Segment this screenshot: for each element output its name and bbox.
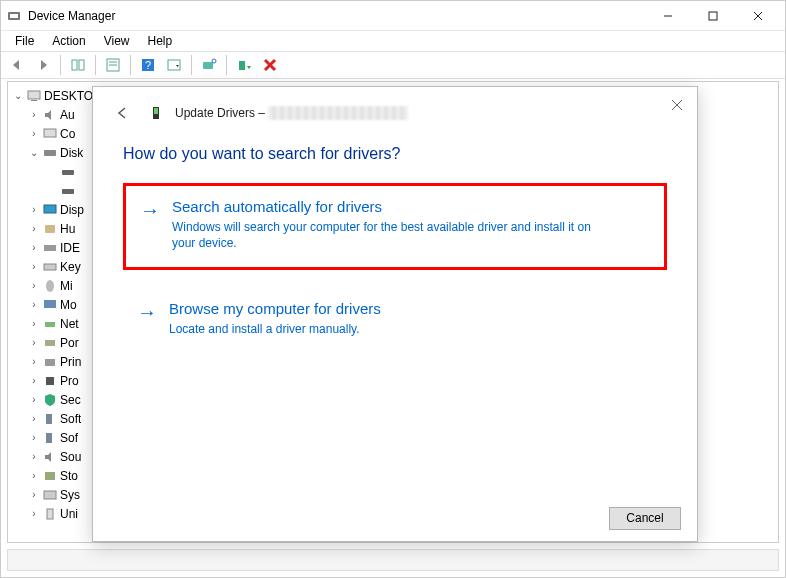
processor-icon xyxy=(42,373,58,389)
action-button[interactable] xyxy=(162,53,186,77)
chevron-down-icon[interactable]: ⌄ xyxy=(12,90,24,102)
svg-rect-28 xyxy=(44,264,56,270)
chevron-right-icon[interactable]: › xyxy=(28,451,40,463)
monitor-icon xyxy=(42,297,58,313)
sound-icon xyxy=(42,449,58,465)
computer-icon xyxy=(26,88,42,104)
ide-icon xyxy=(42,240,58,256)
storage-icon xyxy=(42,468,58,484)
drive-icon xyxy=(60,164,76,180)
option-description: Windows will search your computer for th… xyxy=(172,219,612,251)
separator xyxy=(95,55,96,75)
chevron-right-icon[interactable]: › xyxy=(28,299,40,311)
svg-rect-26 xyxy=(45,225,55,233)
svg-rect-39 xyxy=(47,509,53,519)
chevron-right-icon[interactable]: › xyxy=(28,128,40,140)
software-icon xyxy=(42,411,58,427)
svg-rect-6 xyxy=(72,60,77,70)
option-browse-computer[interactable]: → Browse my computer for drivers Locate … xyxy=(123,288,667,353)
svg-point-15 xyxy=(212,59,216,63)
svg-rect-38 xyxy=(44,491,56,499)
svg-rect-36 xyxy=(46,433,52,443)
chevron-right-icon[interactable]: › xyxy=(28,261,40,273)
chevron-right-icon[interactable]: › xyxy=(28,394,40,406)
menu-action[interactable]: Action xyxy=(44,32,93,50)
chevron-right-icon[interactable]: › xyxy=(28,489,40,501)
display-icon xyxy=(42,202,58,218)
separator xyxy=(130,55,131,75)
chevron-right-icon[interactable]: › xyxy=(28,223,40,235)
svg-rect-7 xyxy=(79,60,84,70)
dialog-close-button[interactable] xyxy=(667,95,687,115)
usb-icon xyxy=(42,506,58,522)
chevron-right-icon[interactable]: › xyxy=(28,204,40,216)
svg-rect-21 xyxy=(44,129,56,137)
system-icon xyxy=(42,487,58,503)
printer-icon xyxy=(42,354,58,370)
update-driver-button[interactable] xyxy=(232,53,256,77)
chevron-right-icon[interactable]: › xyxy=(28,356,40,368)
svg-rect-27 xyxy=(44,245,56,251)
properties-button[interactable] xyxy=(101,53,125,77)
svg-rect-3 xyxy=(709,12,717,20)
separator xyxy=(191,55,192,75)
dialog-footer: Cancel xyxy=(93,495,697,541)
svg-rect-19 xyxy=(28,91,40,99)
audio-icon xyxy=(42,107,58,123)
port-icon xyxy=(42,335,58,351)
device-name-redacted xyxy=(268,106,408,120)
software-icon xyxy=(42,430,58,446)
chevron-right-icon[interactable]: › xyxy=(28,242,40,254)
computer-icon xyxy=(42,126,58,142)
scan-hardware-button[interactable] xyxy=(197,53,221,77)
chevron-right-icon[interactable]: › xyxy=(28,109,40,121)
menu-file[interactable]: File xyxy=(7,32,42,50)
keyboard-icon xyxy=(42,259,58,275)
chevron-right-icon[interactable]: › xyxy=(28,375,40,387)
back-button[interactable] xyxy=(5,53,29,77)
dialog-back-button[interactable] xyxy=(111,102,133,124)
chevron-right-icon[interactable]: › xyxy=(28,280,40,292)
svg-rect-35 xyxy=(46,414,52,424)
maximize-button[interactable] xyxy=(690,2,735,30)
window-title: Device Manager xyxy=(28,9,645,23)
network-icon xyxy=(42,316,58,332)
option-search-automatically[interactable]: → Search automatically for drivers Windo… xyxy=(123,183,667,270)
mouse-icon xyxy=(42,278,58,294)
dialog-title: Update Drivers – xyxy=(175,106,408,121)
separator xyxy=(60,55,61,75)
chevron-right-icon[interactable]: › xyxy=(28,413,40,425)
app-icon xyxy=(6,8,22,24)
arrow-right-icon: → xyxy=(140,200,160,251)
chevron-right-icon[interactable]: › xyxy=(28,470,40,482)
option-title: Browse my computer for drivers xyxy=(169,300,653,317)
svg-rect-23 xyxy=(62,170,74,175)
show-hide-tree-button[interactable] xyxy=(66,53,90,77)
help-button[interactable]: ? xyxy=(136,53,160,77)
uninstall-button[interactable] xyxy=(258,53,282,77)
option-description: Locate and install a driver manually. xyxy=(169,321,609,337)
chevron-down-icon[interactable]: ⌄ xyxy=(28,147,40,159)
chevron-right-icon[interactable]: › xyxy=(28,508,40,520)
option-title: Search automatically for drivers xyxy=(172,198,650,215)
dialog-body: How do you want to search for drivers? →… xyxy=(93,139,697,495)
menubar: File Action View Help xyxy=(1,31,785,51)
cancel-button[interactable]: Cancel xyxy=(609,507,681,530)
svg-rect-33 xyxy=(45,359,55,366)
dialog-question: How do you want to search for drivers? xyxy=(123,145,667,163)
svg-point-29 xyxy=(46,280,54,292)
chevron-right-icon[interactable]: › xyxy=(28,337,40,349)
chevron-right-icon[interactable]: › xyxy=(28,432,40,444)
svg-rect-43 xyxy=(154,108,158,114)
update-drivers-dialog: Update Drivers – How do you want to sear… xyxy=(92,86,698,542)
menu-help[interactable]: Help xyxy=(140,32,181,50)
close-button[interactable] xyxy=(735,2,780,30)
menu-view[interactable]: View xyxy=(96,32,138,50)
minimize-button[interactable] xyxy=(645,2,690,30)
chevron-right-icon[interactable]: › xyxy=(28,318,40,330)
device-icon xyxy=(149,105,165,121)
svg-text:?: ? xyxy=(145,59,151,71)
svg-rect-37 xyxy=(45,472,55,480)
disk-icon xyxy=(42,145,58,161)
forward-button[interactable] xyxy=(31,53,55,77)
